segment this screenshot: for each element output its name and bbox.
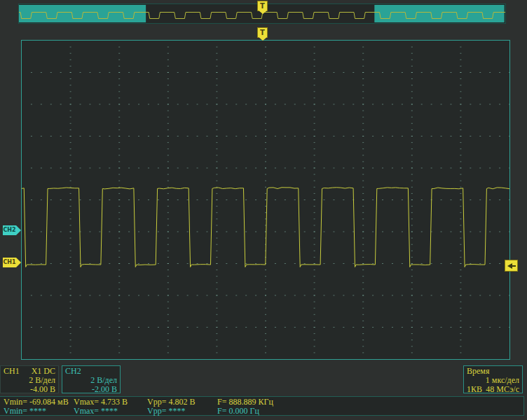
ch1-position-marker[interactable]: CH1 xyxy=(3,258,16,267)
timebase-panel[interactable]: Время 1 мкс/дел 1КВ 48 МСэ/с xyxy=(463,365,523,393)
sample-rate: 48 МСэ/с xyxy=(486,385,519,394)
ch1-freq: F= 888.889 КГц xyxy=(217,398,523,407)
ch2-vmax: Vmax= **** xyxy=(74,407,147,416)
ch1-offset: -4.00 В xyxy=(4,385,55,394)
ch2-freq: F= 0.000 Гц xyxy=(217,407,523,416)
ch1-marker-label: CH1 xyxy=(3,259,15,265)
ch2-title: CH2 xyxy=(65,367,81,376)
trigger-level-marker[interactable] xyxy=(505,260,518,272)
scope-display[interactable] xyxy=(21,40,510,360)
ch1-settings-panel[interactable]: CH1 X1 DC 2 В/дел -4.00 В xyxy=(0,365,59,393)
trigger-flag-label: T xyxy=(260,2,265,10)
trigger-position-flag-main[interactable]: T xyxy=(257,27,268,38)
measurements-bar: Vmin= -69.084 мВ Vmax= 4.733 В Vpp= 4.80… xyxy=(0,396,524,416)
left-arrow-icon xyxy=(507,263,512,269)
ch2-marker-label: CH2 xyxy=(3,227,15,233)
arrow-tail xyxy=(512,265,516,267)
ch2-offset: -2.00 В xyxy=(65,385,117,394)
trigger-position-flag-overview[interactable]: T xyxy=(257,1,268,11)
waveform-canvas xyxy=(22,41,509,359)
oscilloscope-app: T T CH2 CH1 CH1 X1 DC 2 В/дел -4.00 В CH… xyxy=(0,0,527,420)
measurements-row-ch2: Vmin= **** Vmax= **** Vpp= **** F= 0.000… xyxy=(4,407,523,416)
memory-depth: 1КВ xyxy=(467,385,482,394)
ch2-vmin: Vmin= **** xyxy=(4,407,74,416)
trigger-flag-label: T xyxy=(260,29,265,36)
ch2-settings-panel[interactable]: CH2 2 В/дел -2.00 В xyxy=(62,365,121,393)
ch2-position-marker[interactable]: CH2 xyxy=(3,225,16,235)
ch1-title: CH1 xyxy=(4,367,20,376)
ch2-vpp: Vpp= **** xyxy=(147,407,217,416)
